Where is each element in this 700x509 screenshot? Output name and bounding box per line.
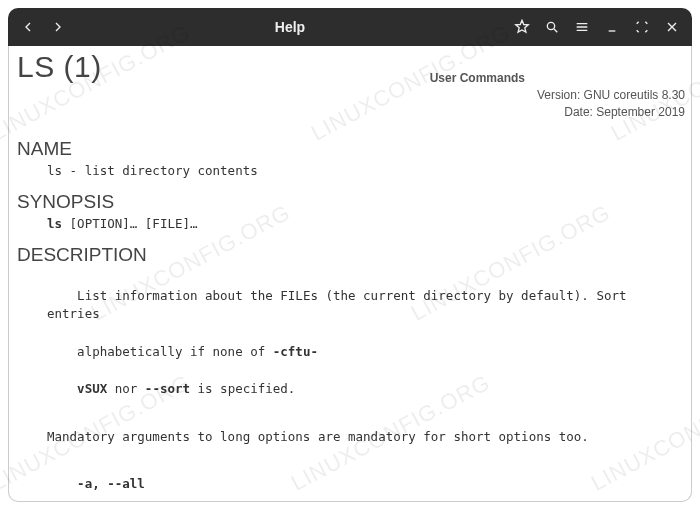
synopsis-line: ls [OPTION]… [FILE]… [17,215,685,234]
window-title: Help [72,19,508,35]
section-description-heading: DESCRIPTION [17,244,685,266]
maximize-button[interactable] [628,13,656,41]
section-synopsis-heading: SYNOPSIS [17,191,685,213]
back-button[interactable] [14,13,42,41]
minimize-button[interactable] [598,13,626,41]
synopsis-args: [OPTION]… [FILE]… [62,216,197,231]
titlebar: Help [8,8,692,46]
svg-point-0 [547,22,554,29]
toolbar-right [508,13,686,41]
menu-button[interactable] [568,13,596,41]
synopsis-cmd: ls [47,216,62,231]
option-all: -a, --all do not ignore entries starting… [17,457,685,502]
category: User Commands [430,71,685,85]
version: Version: GNU coreutils 8.30 [537,88,685,102]
section-name-heading: NAME [17,138,685,160]
option-flag: -a, --all [77,476,145,491]
forward-button[interactable] [44,13,72,41]
search-button[interactable] [538,13,566,41]
description-mandatory: Mandatory arguments to long options are … [17,428,685,447]
date: Date: September 2019 [564,105,685,119]
description-intro: List information about the FILEs (the cu… [17,268,685,418]
close-button[interactable] [658,13,686,41]
nav-group [14,13,72,41]
meta-block: User Commands Version: GNU coreutils 8.3… [17,70,685,120]
name-text: ls - list directory contents [17,162,685,181]
bookmark-button[interactable] [508,13,536,41]
help-content: LS (1) User Commands Version: GNU coreut… [8,46,692,502]
